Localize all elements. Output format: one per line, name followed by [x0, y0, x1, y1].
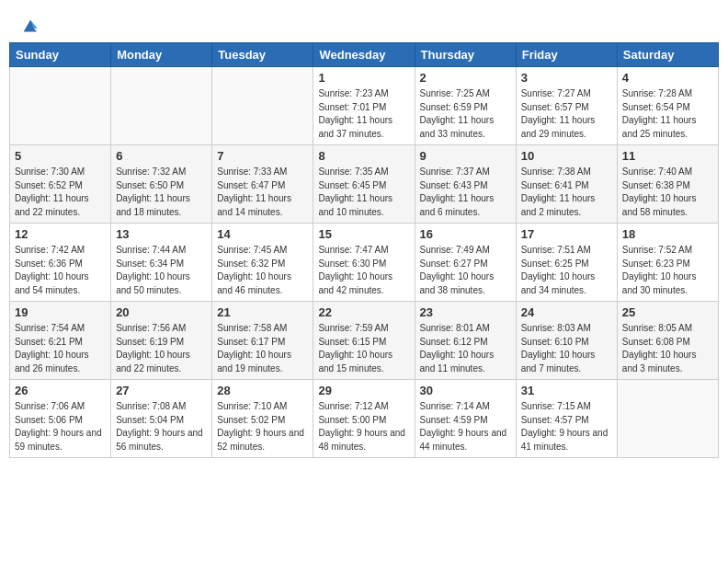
day-info: Sunrise: 7:58 AM Sunset: 6:17 PM Dayligh… — [217, 322, 308, 375]
weekday-header-saturday: Saturday — [617, 43, 718, 67]
day-info: Sunrise: 7:12 AM Sunset: 5:00 PM Dayligh… — [318, 400, 409, 454]
day-number: 31 — [521, 384, 612, 397]
weekday-header-sunday: Sunday — [10, 43, 111, 67]
calendar-cell — [212, 67, 313, 145]
day-info: Sunrise: 7:42 AM Sunset: 6:36 PM Dayligh… — [15, 244, 106, 297]
calendar-cell — [10, 67, 111, 145]
day-info: Sunrise: 7:23 AM Sunset: 7:01 PM Dayligh… — [318, 87, 409, 141]
calendar-cell: 25Sunrise: 8:05 AM Sunset: 6:08 PM Dayli… — [617, 302, 718, 380]
calendar-cell: 19Sunrise: 7:54 AM Sunset: 6:21 PM Dayli… — [10, 302, 111, 380]
weekday-header-tuesday: Tuesday — [212, 43, 313, 67]
day-info: Sunrise: 7:52 AM Sunset: 6:23 PM Dayligh… — [622, 244, 713, 297]
day-info: Sunrise: 7:37 AM Sunset: 6:43 PM Dayligh… — [420, 166, 511, 219]
day-number: 30 — [420, 384, 511, 397]
day-number: 24 — [521, 305, 612, 319]
day-info: Sunrise: 7:06 AM Sunset: 5:06 PM Dayligh… — [15, 400, 106, 454]
calendar-cell: 6Sunrise: 7:32 AM Sunset: 6:50 PM Daylig… — [111, 145, 212, 224]
calendar-cell: 26Sunrise: 7:06 AM Sunset: 5:06 PM Dayli… — [10, 380, 111, 458]
day-number: 1 — [318, 71, 409, 85]
calendar-cell: 4Sunrise: 7:28 AM Sunset: 6:54 PM Daylig… — [617, 67, 718, 145]
day-number: 9 — [420, 149, 511, 163]
day-info: Sunrise: 7:51 AM Sunset: 6:25 PM Dayligh… — [521, 244, 612, 297]
day-info: Sunrise: 7:14 AM Sunset: 4:59 PM Dayligh… — [420, 400, 511, 454]
day-info: Sunrise: 7:32 AM Sunset: 6:50 PM Dayligh… — [116, 166, 207, 219]
day-info: Sunrise: 7:35 AM Sunset: 6:45 PM Dayligh… — [318, 166, 409, 219]
calendar-cell — [617, 380, 718, 458]
calendar-table: SundayMondayTuesdayWednesdayThursdayFrid… — [9, 42, 719, 458]
calendar-cell: 24Sunrise: 8:03 AM Sunset: 6:10 PM Dayli… — [516, 302, 617, 380]
calendar-cell: 9Sunrise: 7:37 AM Sunset: 6:43 PM Daylig… — [415, 145, 516, 224]
day-info: Sunrise: 8:03 AM Sunset: 6:10 PM Dayligh… — [521, 322, 612, 375]
day-number: 5 — [15, 149, 106, 163]
calendar-cell: 3Sunrise: 7:27 AM Sunset: 6:57 PM Daylig… — [516, 67, 617, 145]
calendar-cell: 27Sunrise: 7:08 AM Sunset: 5:04 PM Dayli… — [111, 380, 212, 458]
calendar-cell: 11Sunrise: 7:40 AM Sunset: 6:38 PM Dayli… — [617, 145, 718, 224]
day-number: 15 — [318, 227, 409, 241]
calendar-cell: 18Sunrise: 7:52 AM Sunset: 6:23 PM Dayli… — [617, 224, 718, 302]
calendar-cell: 16Sunrise: 7:49 AM Sunset: 6:27 PM Dayli… — [415, 224, 516, 302]
day-number: 4 — [622, 71, 713, 85]
calendar-week-row: 5Sunrise: 7:30 AM Sunset: 6:52 PM Daylig… — [10, 145, 719, 224]
calendar-cell: 15Sunrise: 7:47 AM Sunset: 6:30 PM Dayli… — [313, 224, 415, 302]
calendar-week-row: 1Sunrise: 7:23 AM Sunset: 7:01 PM Daylig… — [10, 67, 719, 145]
day-info: Sunrise: 7:40 AM Sunset: 6:38 PM Dayligh… — [622, 166, 713, 219]
day-info: Sunrise: 7:54 AM Sunset: 6:21 PM Dayligh… — [15, 322, 106, 375]
day-number: 8 — [318, 149, 409, 163]
day-number: 22 — [318, 305, 409, 319]
day-number: 19 — [15, 305, 106, 319]
day-info: Sunrise: 7:15 AM Sunset: 4:57 PM Dayligh… — [521, 400, 612, 454]
day-info: Sunrise: 7:27 AM Sunset: 6:57 PM Dayligh… — [521, 87, 612, 141]
day-info: Sunrise: 7:44 AM Sunset: 6:34 PM Dayligh… — [116, 244, 207, 297]
day-number: 16 — [420, 227, 511, 241]
calendar-cell: 28Sunrise: 7:10 AM Sunset: 5:02 PM Dayli… — [212, 380, 313, 458]
calendar-cell: 8Sunrise: 7:35 AM Sunset: 6:45 PM Daylig… — [313, 145, 415, 224]
weekday-header-row: SundayMondayTuesdayWednesdayThursdayFrid… — [10, 43, 719, 67]
day-info: Sunrise: 8:01 AM Sunset: 6:12 PM Dayligh… — [420, 322, 511, 375]
day-number: 17 — [521, 227, 612, 241]
calendar-cell: 31Sunrise: 7:15 AM Sunset: 4:57 PM Dayli… — [516, 380, 617, 458]
day-number: 11 — [622, 149, 713, 163]
calendar-cell: 29Sunrise: 7:12 AM Sunset: 5:00 PM Dayli… — [313, 380, 415, 458]
day-number: 28 — [217, 384, 308, 397]
day-number: 7 — [217, 149, 308, 163]
calendar-cell: 21Sunrise: 7:58 AM Sunset: 6:17 PM Dayli… — [212, 302, 313, 380]
calendar-cell: 1Sunrise: 7:23 AM Sunset: 7:01 PM Daylig… — [313, 67, 415, 145]
day-info: Sunrise: 7:56 AM Sunset: 6:19 PM Dayligh… — [116, 322, 207, 375]
day-info: Sunrise: 7:59 AM Sunset: 6:15 PM Dayligh… — [318, 322, 409, 375]
calendar-cell: 2Sunrise: 7:25 AM Sunset: 6:59 PM Daylig… — [415, 67, 516, 145]
day-info: Sunrise: 7:38 AM Sunset: 6:41 PM Dayligh… — [521, 166, 612, 219]
day-number: 20 — [116, 305, 207, 319]
calendar-cell: 22Sunrise: 7:59 AM Sunset: 6:15 PM Dayli… — [313, 302, 415, 380]
calendar-cell: 10Sunrise: 7:38 AM Sunset: 6:41 PM Dayli… — [516, 145, 617, 224]
weekday-header-thursday: Thursday — [415, 43, 516, 67]
logo-icon — [20, 17, 40, 37]
day-number: 21 — [217, 305, 308, 319]
day-info: Sunrise: 7:49 AM Sunset: 6:27 PM Dayligh… — [420, 244, 511, 297]
calendar-cell: 23Sunrise: 8:01 AM Sunset: 6:12 PM Dayli… — [415, 302, 516, 380]
day-number: 13 — [116, 227, 207, 241]
page-header — [9, 9, 719, 42]
weekday-header-monday: Monday — [111, 43, 212, 67]
calendar-cell: 7Sunrise: 7:33 AM Sunset: 6:47 PM Daylig… — [212, 145, 313, 224]
day-number: 14 — [217, 227, 308, 241]
day-info: Sunrise: 7:08 AM Sunset: 5:04 PM Dayligh… — [116, 400, 207, 454]
day-number: 3 — [521, 71, 612, 85]
day-number: 23 — [420, 305, 511, 319]
calendar-week-row: 12Sunrise: 7:42 AM Sunset: 6:36 PM Dayli… — [10, 224, 719, 302]
day-number: 26 — [15, 384, 106, 397]
day-info: Sunrise: 7:30 AM Sunset: 6:52 PM Dayligh… — [15, 166, 106, 219]
calendar-cell — [111, 67, 212, 145]
day-number: 10 — [521, 149, 612, 163]
calendar-cell: 12Sunrise: 7:42 AM Sunset: 6:36 PM Dayli… — [10, 224, 111, 302]
calendar-cell: 5Sunrise: 7:30 AM Sunset: 6:52 PM Daylig… — [10, 145, 111, 224]
weekday-header-friday: Friday — [516, 43, 617, 67]
day-number: 2 — [420, 71, 511, 85]
day-info: Sunrise: 8:05 AM Sunset: 6:08 PM Dayligh… — [622, 322, 713, 375]
day-number: 29 — [318, 384, 409, 397]
day-info: Sunrise: 7:45 AM Sunset: 6:32 PM Dayligh… — [217, 244, 308, 297]
calendar-cell: 17Sunrise: 7:51 AM Sunset: 6:25 PM Dayli… — [516, 224, 617, 302]
logo — [18, 17, 40, 37]
day-number: 27 — [116, 384, 207, 397]
calendar-week-row: 26Sunrise: 7:06 AM Sunset: 5:06 PM Dayli… — [10, 380, 719, 458]
calendar-cell: 14Sunrise: 7:45 AM Sunset: 6:32 PM Dayli… — [212, 224, 313, 302]
